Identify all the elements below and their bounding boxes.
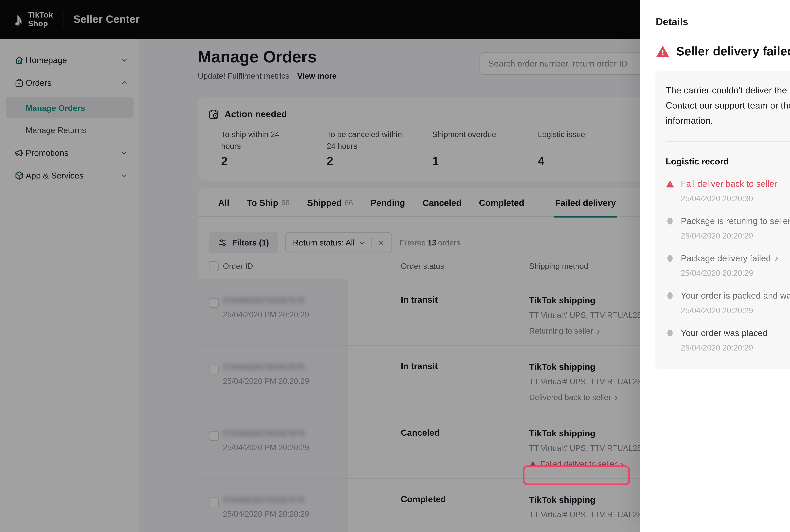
- timeline-label: Your order was placed: [681, 328, 768, 338]
- logistic-timeline: Fail deliver back to seller25/04/2020 20…: [666, 178, 790, 352]
- timeline-timestamp: 25/04/2020 20:20:29: [681, 344, 790, 352]
- timeline-dot-icon: [666, 216, 674, 226]
- logistic-record-title: Logistic record: [666, 156, 790, 166]
- alert-title: Seller delivery failed: [676, 44, 790, 58]
- timeline-item[interactable]: Package delivery failed›25/04/2020 20:20…: [666, 253, 790, 278]
- alert-heading: Seller delivery failed: [656, 44, 790, 58]
- card-divider: [666, 141, 790, 142]
- timeline-label: Fail deliver back to seller: [681, 178, 777, 189]
- timeline-dot-icon: [666, 328, 674, 338]
- timeline-label: Package is retuning to seller: [681, 216, 790, 226]
- chevron-right-icon[interactable]: ›: [775, 252, 778, 264]
- timeline-timestamp: 25/04/2020 20:20:29: [681, 306, 790, 315]
- timeline-item: Fail deliver back to seller25/04/2020 20…: [666, 178, 790, 203]
- timeline-item: Your order is packed and waiting for the…: [666, 290, 790, 315]
- drawer-title: Details: [656, 16, 688, 28]
- timeline-timestamp: 25/04/2020 20:20:30: [681, 194, 790, 203]
- warning-triangle-icon: [656, 44, 670, 58]
- timeline-label: Your order is packed and waiting for the…: [681, 290, 790, 301]
- alert-message: The carrier couldn't deliver the package…: [666, 83, 790, 128]
- timeline-item: Your order was placed25/04/2020 20:20:29: [666, 328, 790, 352]
- warning-triangle-icon: [666, 179, 674, 188]
- timeline-dot-icon: [666, 254, 674, 263]
- timeline-timestamp: 25/04/2020 20:20:29: [681, 269, 790, 278]
- logistic-record-card: The carrier couldn't deliver the package…: [655, 71, 790, 369]
- timeline-timestamp: 25/04/2020 20:20:29: [681, 232, 790, 240]
- timeline-dot-icon: [666, 291, 674, 300]
- tiktok-seller-center-page: ♪ TikTok Shop Seller Center HomepageOrde…: [0, 0, 790, 532]
- timeline-item: Package is retuning to seller25/04/2020 …: [666, 216, 790, 240]
- timeline-label: Package delivery failed›: [681, 253, 778, 264]
- details-drawer: Details Seller delivery failed The carri…: [640, 0, 790, 532]
